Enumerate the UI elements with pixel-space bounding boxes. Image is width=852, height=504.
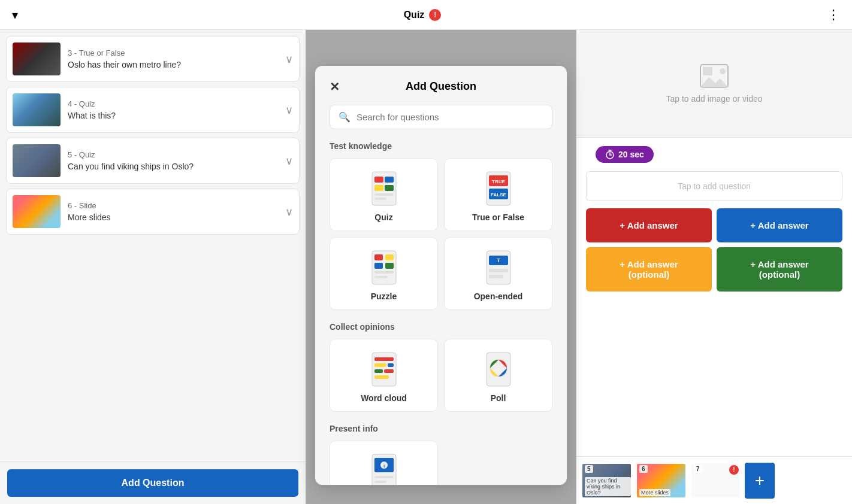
slide-info: 5 - Quiz Can you find viking ships in Os…	[68, 150, 278, 171]
slide-thumbnail	[13, 93, 61, 126]
right-panel: Tap to add image or video 20 sec Tap to …	[576, 30, 852, 504]
svg-rect-14	[385, 254, 394, 260]
thumb-error-badge: !	[729, 465, 739, 475]
thumb-label: More slides	[639, 489, 670, 496]
slide-question: Oslo has their own metro line?	[68, 60, 278, 69]
svg-rect-18	[374, 276, 388, 278]
thumb-num: 5	[585, 465, 593, 473]
search-icon: 🔍	[339, 111, 351, 123]
slide-item[interactable]: 4 - Quiz What is this? ∨	[6, 87, 300, 133]
add-answer-red[interactable]: + Add answer	[586, 208, 712, 242]
slide-question: Can you find viking ships in Oslo?	[68, 162, 278, 171]
section-label-collect-opinions: Collect opinions	[330, 322, 552, 332]
add-answer-blue[interactable]: + Add answer	[717, 208, 842, 242]
thumb-item[interactable]: 7 !	[690, 463, 741, 499]
wordcloud-label: Word cloud	[361, 393, 407, 403]
slide-item[interactable]: 3 - True or False Oslo has their own met…	[6, 36, 300, 82]
trueorfalse-card[interactable]: TRUE FALSE True or False	[444, 158, 552, 231]
chevron-icon: ∨	[285, 154, 293, 168]
slide-thumbnail	[13, 42, 61, 75]
search-box[interactable]: 🔍	[330, 105, 552, 129]
present-info-grid: i Slide	[330, 441, 552, 485]
puzzle-card[interactable]: Puzzle	[330, 237, 438, 310]
svg-rect-26	[374, 363, 386, 367]
thumb-num: 7	[694, 465, 702, 473]
quiz-title: Quiz !	[404, 9, 442, 21]
svg-rect-2	[385, 177, 394, 183]
svg-rect-41	[703, 67, 712, 75]
svg-rect-17	[374, 271, 394, 274]
svg-text:T: T	[497, 257, 500, 263]
slide-thumbnail	[13, 195, 61, 228]
thumb-item[interactable]: 6 More slides	[636, 463, 687, 499]
chevron-icon: ∨	[285, 205, 293, 218]
answers-grid: + Add answer + Add answer + Add answer(o…	[576, 201, 852, 299]
image-placeholder-text: Tap to add image or video	[666, 94, 762, 104]
poll-label: Poll	[491, 393, 506, 403]
svg-rect-3	[374, 185, 383, 191]
left-sidebar: 3 - True or False Oslo has their own met…	[0, 30, 306, 504]
puzzle-label: Puzzle	[371, 292, 397, 301]
thumb-num: 6	[639, 465, 648, 473]
slide-item[interactable]: 5 - Quiz Can you find viking ships in Os…	[6, 138, 300, 184]
slide-info: 6 - Slide More slides	[68, 201, 278, 222]
error-badge: !	[429, 9, 441, 21]
svg-rect-15	[374, 263, 383, 269]
modal-header: ✕ Add Question	[330, 80, 552, 93]
add-question-bar: Add Question	[0, 462, 306, 504]
slide-label: 6 - Slide	[68, 201, 278, 210]
slide-label: 3 - True or False	[68, 48, 278, 57]
trueorfalse-label: True or False	[472, 212, 524, 222]
chevron-icon: ∨	[285, 53, 293, 66]
quiz-label: Quiz	[374, 212, 392, 222]
svg-rect-13	[374, 254, 383, 260]
image-icon	[700, 64, 729, 88]
svg-rect-22	[489, 269, 508, 272]
add-question-modal: ✕ Add Question 🔍 Test knowledge Quiz	[315, 66, 567, 485]
add-answer-yellow[interactable]: + Add answer(optional)	[586, 247, 712, 292]
preview-area: Tap to add image or video 20 sec Tap to …	[576, 30, 852, 456]
add-icon: +	[755, 471, 765, 490]
openended-label: Open-ended	[474, 292, 523, 301]
question-placeholder[interactable]: Tap to add question	[586, 171, 842, 201]
collect-opinions-grid: Word cloud Poll	[330, 339, 552, 412]
poll-card[interactable]: Poll	[444, 339, 552, 412]
svg-text:i: i	[383, 463, 384, 469]
wordcloud-card[interactable]: Word cloud	[330, 339, 438, 412]
add-answer-green[interactable]: + Add answer(optional)	[717, 247, 842, 292]
svg-point-33	[495, 365, 502, 372]
timer-label: 20 sec	[618, 150, 644, 159]
add-slide-button[interactable]: +	[745, 463, 775, 499]
image-placeholder[interactable]: Tap to add image or video	[576, 30, 852, 138]
quiz-card[interactable]: Quiz	[330, 158, 438, 231]
modal-title: Add Question	[406, 80, 476, 93]
close-button[interactable]: ✕	[330, 80, 340, 94]
openended-card[interactable]: T Open-ended	[444, 237, 552, 310]
svg-rect-5	[374, 193, 394, 196]
svg-rect-16	[385, 263, 394, 269]
slide-card[interactable]: i Slide	[330, 441, 438, 485]
slide-question: More slides	[68, 212, 278, 222]
svg-rect-4	[385, 185, 394, 191]
svg-rect-27	[388, 363, 394, 367]
svg-text:TRUE: TRUE	[492, 179, 505, 184]
slide-thumbnail	[13, 144, 61, 177]
svg-rect-1	[374, 177, 383, 183]
test-knowledge-grid: Quiz TRUE FALSE True or False	[330, 158, 552, 310]
slide-item[interactable]: 6 - Slide More slides ∨	[6, 189, 300, 235]
svg-rect-29	[384, 369, 394, 373]
timer-badge[interactable]: 20 sec	[596, 146, 654, 163]
chevron-down-icon[interactable]: ▾	[12, 8, 18, 22]
svg-rect-23	[489, 275, 503, 278]
svg-rect-38	[374, 476, 394, 478]
thumb-item[interactable]: 5 Can you find viking ships in Oslo?	[581, 463, 632, 499]
svg-point-43	[720, 68, 726, 74]
chevron-icon: ∨	[285, 104, 293, 117]
add-question-button[interactable]: Add Question	[7, 469, 298, 497]
more-icon[interactable]: ⋮	[827, 7, 840, 23]
modal-overlay: ✕ Add Question 🔍 Test knowledge Quiz	[306, 30, 576, 504]
search-input[interactable]	[356, 112, 543, 122]
slide-question: What is this?	[68, 111, 278, 120]
slide-label: 5 - Quiz	[68, 150, 278, 159]
slide-info: 4 - Quiz What is this?	[68, 99, 278, 120]
